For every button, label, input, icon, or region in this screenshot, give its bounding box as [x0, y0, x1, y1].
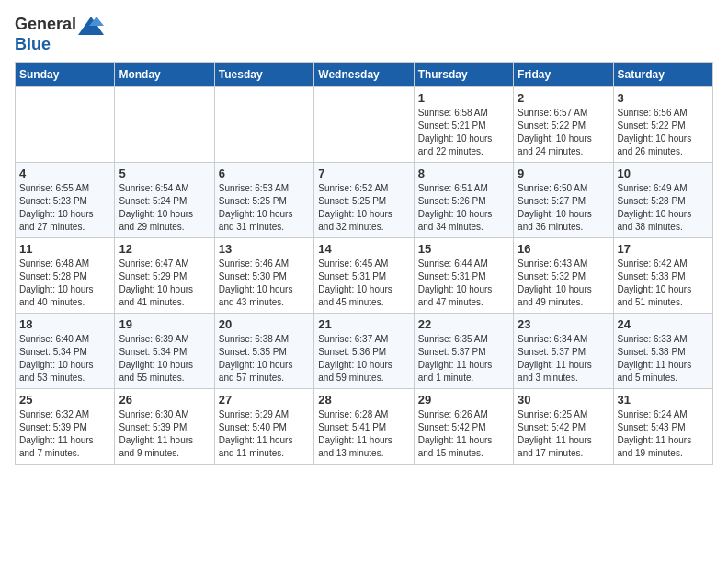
day-info: Sunrise: 6:55 AM Sunset: 5:23 PM Dayligh…: [19, 182, 110, 234]
day-number: 9: [518, 167, 609, 180]
day-info: Sunrise: 6:43 AM Sunset: 5:32 PM Dayligh…: [518, 258, 609, 309]
day-info: Sunrise: 6:47 AM Sunset: 5:29 PM Dayligh…: [119, 258, 210, 309]
day-info: Sunrise: 6:28 AM Sunset: 5:41 PM Dayligh…: [318, 408, 409, 460]
day-number: 7: [318, 167, 409, 180]
calendar-day-cell: [16, 86, 115, 162]
calendar-day-cell: 1Sunrise: 6:58 AM Sunset: 5:21 PM Daylig…: [414, 86, 513, 162]
day-number: 29: [418, 393, 509, 407]
day-info: Sunrise: 6:54 AM Sunset: 5:24 PM Dayligh…: [119, 182, 210, 234]
day-number: 23: [518, 317, 609, 331]
page-header: General Blue: [15, 15, 713, 54]
day-number: 6: [219, 167, 310, 180]
day-info: Sunrise: 6:38 AM Sunset: 5:35 PM Dayligh…: [219, 333, 310, 385]
calendar-day-cell: 20Sunrise: 6:38 AM Sunset: 5:35 PM Dayli…: [214, 313, 313, 388]
calendar-week-row: 1Sunrise: 6:58 AM Sunset: 5:21 PM Daylig…: [16, 86, 713, 162]
day-info: Sunrise: 6:46 AM Sunset: 5:30 PM Dayligh…: [219, 258, 310, 309]
day-number: 22: [418, 317, 509, 331]
day-info: Sunrise: 6:42 AM Sunset: 5:33 PM Dayligh…: [618, 258, 709, 309]
day-number: 26: [119, 393, 210, 407]
day-of-week-header: Saturday: [613, 62, 712, 86]
day-of-week-header: Thursday: [414, 62, 513, 86]
day-info: Sunrise: 6:51 AM Sunset: 5:26 PM Dayligh…: [418, 182, 509, 234]
calendar-day-cell: 18Sunrise: 6:40 AM Sunset: 5:34 PM Dayli…: [16, 313, 115, 388]
day-info: Sunrise: 6:48 AM Sunset: 5:28 PM Dayligh…: [19, 258, 110, 309]
calendar-day-cell: 15Sunrise: 6:44 AM Sunset: 5:31 PM Dayli…: [414, 237, 513, 313]
day-info: Sunrise: 6:45 AM Sunset: 5:31 PM Dayligh…: [318, 258, 409, 309]
calendar-day-cell: 8Sunrise: 6:51 AM Sunset: 5:26 PM Daylig…: [414, 162, 513, 237]
day-info: Sunrise: 6:39 AM Sunset: 5:34 PM Dayligh…: [119, 333, 210, 385]
day-info: Sunrise: 6:35 AM Sunset: 5:37 PM Dayligh…: [418, 333, 509, 385]
day-info: Sunrise: 6:33 AM Sunset: 5:38 PM Dayligh…: [618, 333, 709, 385]
calendar-day-cell: 29Sunrise: 6:26 AM Sunset: 5:42 PM Dayli…: [414, 388, 513, 464]
day-number: 1: [418, 91, 509, 105]
day-info: Sunrise: 6:40 AM Sunset: 5:34 PM Dayligh…: [19, 333, 110, 385]
day-of-week-header: Friday: [514, 62, 613, 86]
day-number: 10: [618, 167, 709, 180]
calendar-day-cell: [115, 86, 214, 162]
logo-blue-text: Blue: [15, 35, 51, 53]
day-number: 18: [19, 317, 110, 331]
day-of-week-header: Sunday: [16, 62, 115, 86]
day-info: Sunrise: 6:34 AM Sunset: 5:37 PM Dayligh…: [518, 333, 609, 385]
day-number: 5: [119, 167, 210, 180]
day-number: 21: [318, 317, 409, 331]
calendar-day-cell: [214, 86, 313, 162]
calendar-day-cell: 19Sunrise: 6:39 AM Sunset: 5:34 PM Dayli…: [115, 313, 214, 388]
day-info: Sunrise: 6:49 AM Sunset: 5:28 PM Dayligh…: [618, 182, 709, 234]
day-info: Sunrise: 6:32 AM Sunset: 5:39 PM Dayligh…: [19, 408, 110, 460]
calendar-header-row: SundayMondayTuesdayWednesdayThursdayFrid…: [16, 62, 713, 86]
calendar-day-cell: 12Sunrise: 6:47 AM Sunset: 5:29 PM Dayli…: [115, 237, 214, 313]
day-info: Sunrise: 6:52 AM Sunset: 5:25 PM Dayligh…: [318, 182, 409, 234]
day-info: Sunrise: 6:53 AM Sunset: 5:25 PM Dayligh…: [219, 182, 310, 234]
calendar-week-row: 25Sunrise: 6:32 AM Sunset: 5:39 PM Dayli…: [16, 388, 713, 464]
day-number: 4: [19, 167, 110, 180]
calendar-day-cell: 28Sunrise: 6:28 AM Sunset: 5:41 PM Dayli…: [314, 388, 414, 464]
calendar-day-cell: [314, 86, 414, 162]
calendar-day-cell: 22Sunrise: 6:35 AM Sunset: 5:37 PM Dayli…: [414, 313, 513, 388]
day-of-week-header: Monday: [115, 62, 214, 86]
day-info: Sunrise: 6:50 AM Sunset: 5:27 PM Dayligh…: [518, 182, 609, 234]
logo-general-text: General: [15, 15, 104, 35]
day-info: Sunrise: 6:57 AM Sunset: 5:22 PM Dayligh…: [518, 107, 609, 158]
day-number: 31: [618, 393, 709, 407]
calendar-day-cell: 26Sunrise: 6:30 AM Sunset: 5:39 PM Dayli…: [115, 388, 214, 464]
calendar-day-cell: 14Sunrise: 6:45 AM Sunset: 5:31 PM Dayli…: [314, 237, 414, 313]
day-info: Sunrise: 6:56 AM Sunset: 5:22 PM Dayligh…: [618, 107, 709, 158]
day-number: 24: [618, 317, 709, 331]
calendar-day-cell: 16Sunrise: 6:43 AM Sunset: 5:32 PM Dayli…: [514, 237, 613, 313]
day-number: 16: [518, 242, 609, 256]
day-number: 12: [119, 242, 210, 256]
calendar-day-cell: 31Sunrise: 6:24 AM Sunset: 5:43 PM Dayli…: [613, 388, 712, 464]
day-number: 27: [219, 393, 310, 407]
calendar-week-row: 18Sunrise: 6:40 AM Sunset: 5:34 PM Dayli…: [16, 313, 713, 388]
calendar-day-cell: 3Sunrise: 6:56 AM Sunset: 5:22 PM Daylig…: [613, 86, 712, 162]
calendar-day-cell: 11Sunrise: 6:48 AM Sunset: 5:28 PM Dayli…: [16, 237, 115, 313]
day-number: 13: [219, 242, 310, 256]
day-number: 25: [19, 393, 110, 407]
logo: General Blue: [15, 15, 104, 54]
calendar-day-cell: 24Sunrise: 6:33 AM Sunset: 5:38 PM Dayli…: [613, 313, 712, 388]
day-info: Sunrise: 6:37 AM Sunset: 5:36 PM Dayligh…: [318, 333, 409, 385]
calendar-week-row: 4Sunrise: 6:55 AM Sunset: 5:23 PM Daylig…: [16, 162, 713, 237]
calendar-day-cell: 17Sunrise: 6:42 AM Sunset: 5:33 PM Dayli…: [613, 237, 712, 313]
day-number: 14: [318, 242, 409, 256]
day-number: 3: [618, 91, 709, 105]
day-info: Sunrise: 6:58 AM Sunset: 5:21 PM Dayligh…: [418, 107, 509, 158]
day-number: 17: [618, 242, 709, 256]
calendar-day-cell: 9Sunrise: 6:50 AM Sunset: 5:27 PM Daylig…: [514, 162, 613, 237]
day-info: Sunrise: 6:29 AM Sunset: 5:40 PM Dayligh…: [219, 408, 310, 460]
day-number: 30: [518, 393, 609, 407]
day-number: 20: [219, 317, 310, 331]
day-info: Sunrise: 6:25 AM Sunset: 5:42 PM Dayligh…: [518, 408, 609, 460]
calendar-day-cell: 6Sunrise: 6:53 AM Sunset: 5:25 PM Daylig…: [214, 162, 313, 237]
day-number: 2: [518, 91, 609, 105]
day-info: Sunrise: 6:44 AM Sunset: 5:31 PM Dayligh…: [418, 258, 509, 309]
day-number: 11: [19, 242, 110, 256]
calendar-day-cell: 4Sunrise: 6:55 AM Sunset: 5:23 PM Daylig…: [16, 162, 115, 237]
day-info: Sunrise: 6:26 AM Sunset: 5:42 PM Dayligh…: [418, 408, 509, 460]
day-of-week-header: Tuesday: [214, 62, 313, 86]
calendar-day-cell: 5Sunrise: 6:54 AM Sunset: 5:24 PM Daylig…: [115, 162, 214, 237]
calendar-day-cell: 21Sunrise: 6:37 AM Sunset: 5:36 PM Dayli…: [314, 313, 414, 388]
calendar-table: SundayMondayTuesdayWednesdayThursdayFrid…: [15, 62, 713, 465]
calendar-day-cell: 10Sunrise: 6:49 AM Sunset: 5:28 PM Dayli…: [613, 162, 712, 237]
